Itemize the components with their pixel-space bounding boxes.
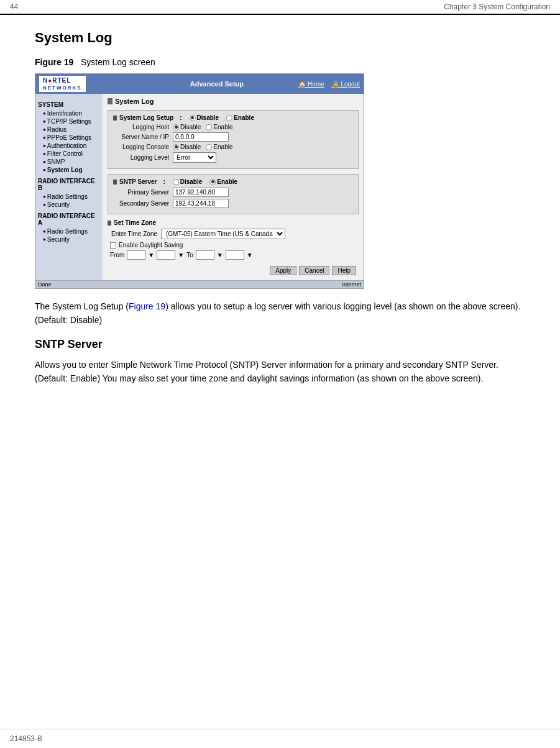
sidebar-item-radio-a-settings[interactable]: ● Radio Settings	[38, 227, 100, 235]
body-text-1: The System Log Setup (Figure 19) allows …	[35, 300, 525, 327]
status-left: Done	[38, 281, 52, 288]
ss-main-panel: System Log System Log Setup : Disable	[103, 94, 364, 280]
secondary-server-label: Secondary Server	[113, 200, 169, 207]
timezone-title: Set Time Zone	[108, 219, 359, 226]
sidebar-section-radio-b: RADIO INTERFACE B	[38, 178, 100, 191]
figure19-link[interactable]: Figure 19	[129, 301, 165, 311]
footer-doc-number: 214853-B	[10, 734, 42, 743]
ss-top-bar: N●RTELNETWORKS Advanced Setup 🏠 Home 🔒 L…	[35, 74, 364, 94]
sntp-disable-radio[interactable]: Disable	[173, 178, 203, 185]
sidebar-item-tcpip[interactable]: ● TCP/IP Settings	[38, 117, 100, 125]
sidebar-item-filter[interactable]: ● Filter Control	[38, 150, 100, 158]
secondary-server-row: Secondary Server	[113, 199, 353, 208]
logging-level-row: Logging Level Error Warning Info Debug	[113, 152, 353, 163]
from-label: From	[110, 252, 124, 258]
sidebar-item-syslog[interactable]: ● System Log	[38, 166, 100, 174]
logging-console-enable-radio[interactable]: Enable	[206, 144, 232, 150]
sidebar-item-snmp[interactable]: ● SNMP	[38, 158, 100, 166]
ss-status-bar: Done Internet	[35, 280, 364, 288]
sidebar-item-radius[interactable]: ● Radius	[38, 125, 100, 134]
panel-title: System Log	[108, 98, 359, 105]
sidebar-item-pppoe[interactable]: ● PPPoE Settings	[38, 134, 100, 142]
action-buttons-row: Apply Cancel Help	[108, 263, 359, 276]
enter-timezone-row: Enter Time Zone (GMT-05) Eastern Time (U…	[108, 229, 359, 239]
page-number: 44	[10, 2, 18, 11]
footer: 214853-B	[0, 729, 560, 748]
logout-link[interactable]: 🔒 Logout	[332, 81, 360, 88]
daylight-saving-checkbox[interactable]	[110, 242, 116, 249]
timezone-select[interactable]: (GMT-05) Eastern Time (US & Canada)	[161, 229, 285, 239]
logging-host-row: Logging Host Disable Enable	[113, 124, 353, 130]
logging-level-label: Logging Level	[113, 154, 169, 161]
apply-button[interactable]: Apply	[270, 266, 296, 275]
brand-logo: N●RTELNETWORKS	[39, 76, 86, 92]
primary-server-input[interactable]	[173, 188, 229, 197]
server-name-row: Server Name / IP	[113, 132, 353, 142]
daylight-saving-row: Enable Daylight Saving	[110, 242, 359, 249]
sidebar-item-radio-b-settings[interactable]: ● Radio Settings	[38, 193, 100, 201]
ss-header-title: Advanced Setup	[140, 80, 244, 88]
logging-console-row: Logging Console Disable Enable	[113, 144, 353, 150]
enter-timezone-label: Enter Time Zone	[108, 230, 157, 237]
figure-caption-text: System Log screen	[81, 57, 155, 67]
logging-host-label: Logging Host	[113, 124, 169, 130]
from-input-2[interactable]	[157, 250, 175, 260]
sntp-server-group: SNTP Server : Disable Enable Primary Ser…	[108, 174, 359, 214]
chapter-title: Chapter 3 System Configuration	[444, 2, 550, 11]
screenshot: N●RTELNETWORKS Advanced Setup 🏠 Home 🔒 L…	[35, 73, 364, 289]
server-name-input[interactable]	[173, 132, 229, 142]
sntp-section-heading: SNTP Server	[35, 338, 525, 351]
timezone-group: Set Time Zone Enter Time Zone (GMT-05) E…	[108, 219, 359, 260]
figure-caption: Figure 19 System Log screen	[35, 57, 525, 67]
sidebar-item-radio-a-security[interactable]: ● Security	[38, 235, 100, 244]
ss-sidebar: SYSTEM ● Identification ● TCP/IP Setting…	[35, 94, 103, 280]
logging-console-disable-radio[interactable]: Disable	[173, 144, 201, 150]
cancel-button[interactable]: Cancel	[299, 266, 329, 275]
sidebar-section-radio-a: RADIO INTERFACE A	[38, 212, 100, 226]
sntp-server-title: SNTP Server : Disable Enable	[113, 178, 353, 185]
primary-server-label: Primary Server	[113, 189, 169, 196]
system-log-setup-group: System Log Setup : Disable Enable Loggin…	[108, 110, 359, 169]
server-name-label: Server Name / IP	[113, 134, 169, 140]
body-text-2: Allows you to enter Simple Network Time …	[35, 358, 525, 385]
sidebar-item-auth[interactable]: ● Authentication	[38, 142, 100, 150]
sidebar-item-identification[interactable]: ● Identification	[38, 109, 100, 117]
to-input-2[interactable]	[226, 250, 244, 260]
setup-disable-radio[interactable]: Disable	[190, 114, 219, 121]
system-log-setup-title: System Log Setup : Disable Enable	[113, 114, 353, 121]
ss-top-nav: 🏠 Home 🔒 Logout	[298, 81, 360, 88]
sntp-enable-radio[interactable]: Enable	[209, 178, 237, 185]
logging-level-select[interactable]: Error Warning Info Debug	[173, 152, 216, 163]
section-heading: System Log	[35, 30, 525, 46]
daylight-time-row: From ▼ ▼ To ▼ ▼	[110, 250, 359, 260]
status-right: Internet	[342, 281, 361, 288]
page-content: System Log Figure 19 System Log screen N…	[0, 15, 560, 407]
sidebar-item-radio-b-security[interactable]: ● Security	[38, 201, 100, 209]
daylight-saving-label: Enable Daylight Saving	[119, 242, 183, 249]
figure-number: Figure 19	[35, 57, 73, 67]
primary-server-row: Primary Server	[113, 188, 353, 197]
logging-console-label: Logging Console	[113, 144, 169, 150]
secondary-server-input[interactable]	[173, 199, 229, 208]
to-label: To	[186, 252, 193, 258]
from-input-1[interactable]	[127, 250, 145, 260]
home-link[interactable]: 🏠 Home	[298, 81, 324, 88]
ss-body: SYSTEM ● Identification ● TCP/IP Setting…	[35, 94, 364, 280]
header-bar: 44 Chapter 3 System Configuration	[0, 0, 560, 15]
setup-enable-radio[interactable]: Enable	[226, 114, 254, 121]
sidebar-section-system: SYSTEM	[38, 101, 100, 108]
logging-host-enable-radio[interactable]: Enable	[206, 124, 232, 130]
to-input-1[interactable]	[196, 250, 214, 260]
logging-host-disable-radio[interactable]: Disable	[173, 124, 201, 130]
help-button[interactable]: Help	[332, 266, 356, 275]
